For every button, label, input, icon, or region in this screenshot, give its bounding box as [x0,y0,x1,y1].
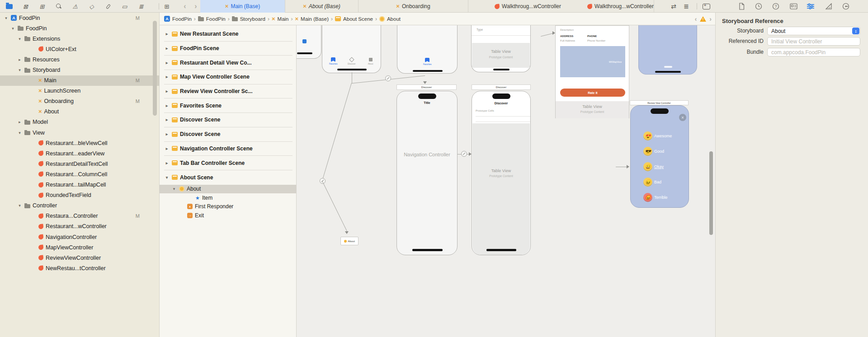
navigator-row[interactable]: LaunchScreen [0,86,159,96]
scene-favorites[interactable]: Favorites [397,25,458,74]
breadcrumb-item[interactable]: Main (Base) › [295,16,333,22]
disclosure-chevron[interactable]: ▸ [164,75,170,79]
find-navigator-icon[interactable] [53,1,64,12]
disclosure-chevron[interactable]: ▾ [17,131,22,135]
editor-tab[interactable]: About (Base) [285,0,359,13]
navigator-row[interactable]: Restaurant...bleViewCell [0,138,159,148]
bundle-input[interactable] [771,49,856,56]
segue-icon[interactable] [385,75,391,81]
rating-row[interactable]: 😖 Bad [643,178,672,187]
editor-tab[interactable]: Walkthroug...wController [587,0,654,13]
scene-title-bar-discover[interactable]: Discover [396,84,457,90]
navigator-row[interactable]: NewRestau...tController [0,263,159,273]
debug-navigator-icon[interactable] [103,1,113,12]
disclosure-chevron[interactable]: ▾ [4,16,9,20]
navigator-row[interactable]: Main M [0,75,159,86]
identity-inspector-icon[interactable] [788,2,798,11]
outline-row[interactable]: ▾ About Scene [164,170,292,185]
disclosure-chevron[interactable]: ▸ [164,132,170,136]
outline-row[interactable]: ▸ Tab Bar Controller Scene [164,156,292,170]
navigator-row[interactable]: Restaurant...wController [0,221,159,232]
navigator-row[interactable]: MapViewController [0,242,159,253]
navigator-row[interactable]: ▾ Extensions [0,33,159,44]
navigator-row[interactable]: Restaurant...tailMapCell [0,180,159,190]
outline-row[interactable]: ▸ FoodPin Scene [164,42,292,56]
rating-row[interactable]: 😎 Good [643,147,672,156]
editor-tab[interactable]: Walkthroug...wController [468,0,587,13]
disclosure-chevron[interactable]: ▾ [17,37,22,41]
disclosure-chevron[interactable]: ▸ [164,61,170,65]
referenced-id-input[interactable] [771,38,856,45]
outline-row[interactable]: ▸ Map View Controller Scene [164,70,292,84]
test-navigator-icon[interactable]: ◇ [86,1,97,12]
scene-navigation-controller[interactable]: Title Navigation Controller [396,91,458,255]
rating-row[interactable]: 😀 Okay [643,162,672,171]
scene-tab-bar-controller[interactable]: Favorites Discover About [322,25,381,73]
disclosure-chevron[interactable]: ▸ [164,32,170,36]
back-button[interactable]: ‹ [179,1,190,12]
scene-new-restaurant-form[interactable]: Type Table View Prototype Content [471,25,531,72]
scene-blue-partial[interactable] [638,25,697,75]
navigator-row[interactable]: ReviewViewController [0,253,159,263]
navigator-row[interactable]: ▾ FoodPin [0,23,159,33]
navigator-row[interactable]: ▾ FoodPin M [0,13,159,23]
issues-back-icon[interactable]: ‹ [695,15,697,23]
storyboard-canvas[interactable]: Favorites Discover About Favorites Type [297,25,715,337]
close-button[interactable]: × [679,114,686,121]
breadcrumb-item[interactable]: About Scene › [335,16,377,22]
dropdown-chevron-icon[interactable]: ▴▾ [852,28,859,34]
scene-title-bar-review[interactable]: Review View Controller [630,100,689,105]
scene-title-bar-discover[interactable]: Discover [472,84,531,90]
outline-row[interactable]: Exit [160,211,296,220]
navigator-row[interactable]: RestaurantDetailTextCell [0,159,159,169]
outline-row[interactable]: ▾ About [160,185,296,194]
storyboard-dropdown[interactable]: About ▴▾ [767,27,860,35]
segue-icon[interactable] [461,151,467,157]
history-inspector-icon[interactable] [754,2,764,11]
issue-navigator-icon[interactable]: ⚠ [70,1,80,12]
navigator-row[interactable]: About [0,107,159,117]
disclosure-chevron[interactable]: ▾ [171,187,177,191]
outline-row[interactable]: ▸ Review View Controller Sc... [164,84,292,99]
file-inspector-icon[interactable] [736,2,746,11]
disclosure-chevron[interactable]: ▾ [17,203,22,208]
outline-row[interactable]: Item [160,193,296,202]
rate-it-button[interactable]: Rate it [560,89,625,97]
scene-dock-about[interactable]: About [340,237,359,245]
scene-restaurant-detail[interactable]: Description ADDRESS Full Address PHONE P… [555,25,629,118]
navigator-row[interactable]: Onboarding M [0,96,159,107]
breakpoint-navigator-icon[interactable]: ▭ [119,1,130,12]
add-editor-icon[interactable] [701,1,712,12]
breadcrumb-item[interactable]: About › [379,16,401,22]
scene-partial-left[interactable] [297,25,321,59]
navigator-row[interactable]: ▸ Model [0,117,159,127]
disclosure-chevron[interactable]: ▸ [164,103,170,108]
outline-row[interactable]: ▸ Navigation Controller Scene [164,142,292,156]
outline-row[interactable]: ▸ Restaurant Detail View Co... [164,56,292,70]
editor-tab[interactable]: Main (Base) [200,0,285,13]
navigator-row[interactable]: ▾ View [0,127,159,138]
source-control-icon[interactable]: ⊠ [20,1,31,12]
symbol-navigator-icon[interactable]: ⊞ [37,1,47,12]
size-inspector-icon[interactable] [824,2,834,11]
canvas-scrollbar[interactable] [709,151,713,235]
disclosure-chevron[interactable]: ▾ [17,68,22,72]
navigator-row[interactable]: ▸ Resources [0,54,159,65]
outline-row[interactable]: ▸ Discover Scene [164,113,292,127]
breadcrumb-item[interactable]: FoodPin › [198,16,230,22]
disclosure-chevron[interactable]: ▾ [164,175,170,180]
code-review-icon[interactable]: ⇄ [668,1,679,12]
scene-discover-table[interactable]: Discover Prototype Cells Table View Prot… [472,91,531,255]
navigator-row[interactable]: Restaura...Controller M [0,211,159,221]
help-inspector-icon[interactable]: ? [771,2,781,11]
disclosure-chevron[interactable]: ▸ [17,57,22,62]
navigator-row[interactable]: NavigationController [0,232,159,242]
outline-row[interactable]: ▸ Favorites Scene [164,98,292,113]
report-navigator-icon[interactable]: ≣ [136,1,146,12]
outline-row[interactable]: First Responder [160,202,296,211]
disclosure-chevron[interactable]: ▸ [164,146,170,151]
disclosure-chevron[interactable]: ▾ [10,26,15,31]
disclosure-chevron[interactable]: ▸ [164,117,170,122]
navigator-row[interactable]: ▾ Controller [0,201,159,211]
breadcrumb-item[interactable]: Main › [272,16,293,22]
